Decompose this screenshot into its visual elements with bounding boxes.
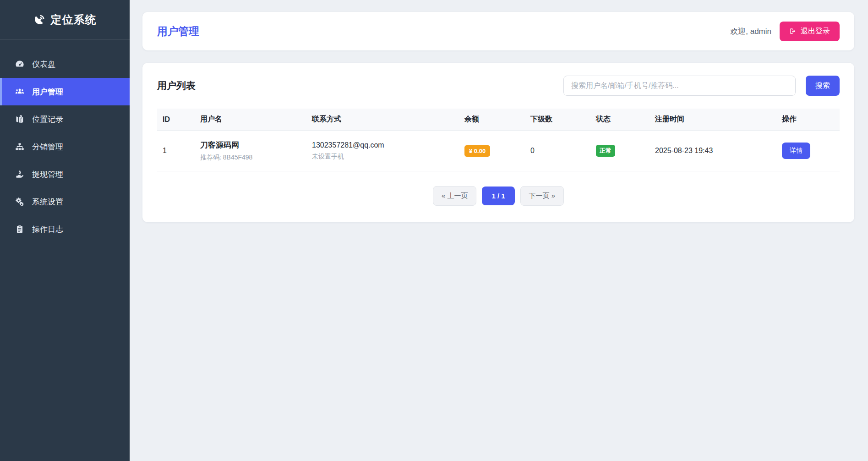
gears-icon: [15, 197, 24, 206]
username-text: 刀客源码网: [200, 140, 301, 150]
panel-title: 用户列表: [157, 79, 196, 92]
sidebar-item-label: 仪表盘: [32, 59, 55, 70]
top-bar: 用户管理 欢迎, admin 退出登录: [142, 12, 854, 50]
cell-status: 正常: [590, 136, 650, 166]
map-icon: [15, 115, 24, 124]
page-title: 用户管理: [157, 24, 199, 38]
cell-registered: 2025-08-23 19:43: [650, 137, 776, 164]
main-content: 用户管理 欢迎, admin 退出登录 用户列表 搜索: [130, 0, 868, 461]
column-header-username: 用户名: [195, 109, 306, 130]
detail-button[interactable]: 详情: [782, 143, 810, 159]
users-icon: [15, 87, 24, 96]
logout-label: 退出登录: [801, 27, 830, 36]
sidebar: 定位系统 仪表盘 用户管理: [0, 0, 130, 461]
search-input[interactable]: [563, 76, 796, 96]
app-logo: 定位系统: [0, 0, 130, 40]
cell-actions: 详情: [776, 133, 840, 168]
column-header-status: 状态: [590, 109, 650, 130]
sidebar-nav: 仪表盘 用户管理: [0, 40, 130, 243]
log-icon: [15, 225, 24, 234]
column-header-subordinates: 下级数: [525, 109, 590, 130]
next-page-button[interactable]: 下一页 »: [520, 186, 564, 206]
welcome-text: 欢迎, admin: [730, 26, 771, 37]
referral-code-text: 推荐码: 8B45F498: [200, 154, 301, 162]
cell-username: 刀客源码网 推荐码: 8B45F498: [195, 131, 306, 171]
sidebar-item-distribution[interactable]: 分销管理: [0, 133, 130, 160]
table-row: 1 刀客源码网 推荐码: 8B45F498 1302357281@qq.com …: [157, 131, 840, 171]
balance-badge: ¥ 0.00: [464, 145, 490, 157]
sidebar-item-label: 分销管理: [32, 142, 63, 152]
gauge-icon: [15, 60, 24, 69]
status-badge: 正常: [596, 145, 615, 157]
column-header-id: ID: [157, 110, 195, 130]
prev-page-button[interactable]: « 上一页: [433, 186, 477, 206]
sidebar-item-locations[interactable]: 位置记录: [0, 105, 130, 133]
column-header-contact: 联系方式: [306, 109, 459, 130]
phone-text: 未设置手机: [312, 153, 453, 161]
pagination: « 上一页 1 / 1 下一页 »: [157, 186, 840, 206]
cell-id: 1: [157, 137, 195, 164]
users-table: ID 用户名 联系方式 余额 下级数 状态 注册时间 操作 1 刀客源码网 推荐…: [157, 109, 840, 171]
topbar-right: 欢迎, admin 退出登录: [730, 22, 840, 41]
sidebar-item-settings[interactable]: 系统设置: [0, 188, 130, 215]
logout-button[interactable]: 退出登录: [780, 22, 840, 41]
table-header-row: ID 用户名 联系方式 余额 下级数 状态 注册时间 操作: [157, 109, 840, 131]
sidebar-item-label: 系统设置: [32, 197, 63, 207]
email-text: 1302357281@qq.com: [312, 141, 453, 149]
sidebar-item-dashboard[interactable]: 仪表盘: [0, 50, 130, 78]
column-header-actions: 操作: [776, 109, 840, 130]
column-header-registered: 注册时间: [650, 109, 776, 130]
sidebar-item-users[interactable]: 用户管理: [0, 78, 130, 105]
sidebar-item-label: 提现管理: [32, 169, 63, 180]
column-header-balance: 余额: [459, 109, 525, 130]
user-list-panel: 用户列表 搜索 ID 用户名 联系方式 余额 下级数 状态 注册时间 操作 1 …: [142, 63, 854, 222]
app-title: 定位系统: [51, 12, 97, 27]
satellite-dish-icon: [33, 14, 45, 26]
search-button[interactable]: 搜索: [806, 76, 840, 96]
search-group: 搜索: [563, 76, 840, 96]
sidebar-item-label: 操作日志: [32, 224, 63, 235]
cell-subordinates: 0: [525, 137, 590, 164]
sidebar-item-label: 用户管理: [32, 87, 63, 97]
sitemap-icon: [15, 142, 24, 151]
hand-dollar-icon: [15, 170, 24, 179]
sidebar-item-withdrawals[interactable]: 提现管理: [0, 160, 130, 188]
cell-contact: 1302357281@qq.com 未设置手机: [306, 132, 459, 170]
sidebar-item-logs[interactable]: 操作日志: [0, 215, 130, 243]
sign-out-icon: [789, 27, 797, 35]
panel-header: 用户列表 搜索: [157, 76, 840, 96]
current-page-indicator[interactable]: 1 / 1: [482, 187, 514, 205]
sidebar-item-label: 位置记录: [32, 114, 63, 125]
cell-balance: ¥ 0.00: [459, 136, 525, 166]
